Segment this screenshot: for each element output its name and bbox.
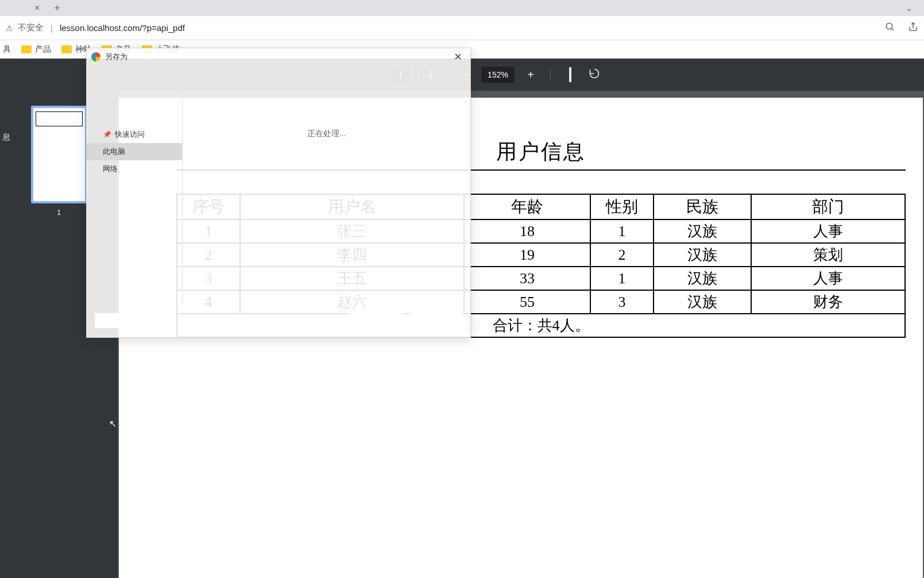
bookmark-item[interactable]: 具 xyxy=(3,44,11,55)
cell-eth: 汉族 xyxy=(654,267,751,290)
nav-quick-access[interactable]: 📌 快速访问 xyxy=(87,126,182,143)
cancel-button[interactable] xyxy=(409,313,462,329)
bookmark-item[interactable]: 产品 xyxy=(21,44,51,55)
header-eth: 民族 xyxy=(654,194,751,219)
cell-age: 18 xyxy=(464,219,590,243)
tabs-dropdown-icon[interactable]: ⌄ xyxy=(906,3,913,13)
dialog-titlebar[interactable]: 另存为 ✕ xyxy=(87,48,470,65)
fit-icon xyxy=(569,67,571,82)
folder-icon xyxy=(21,45,32,53)
svg-line-1 xyxy=(891,28,894,30)
cell-age: 33 xyxy=(464,267,590,290)
svg-point-0 xyxy=(886,23,892,29)
cell-sex: 1 xyxy=(590,219,654,243)
folder-icon xyxy=(61,45,72,53)
cell-dept: 策划 xyxy=(751,243,905,267)
insecure-label: 不安全 xyxy=(18,22,44,33)
cell-sex: 3 xyxy=(590,290,654,314)
header-age: 年龄 xyxy=(464,194,590,219)
toolbar-divider xyxy=(550,69,551,80)
header-dept: 部门 xyxy=(751,194,905,219)
rotate-button[interactable] xyxy=(586,68,602,82)
tab-bar: × + ⌄ xyxy=(0,0,924,16)
cell-eth: 汉族 xyxy=(654,219,751,243)
dialog-nav-panel: 📌 快速访问 此电脑 网络 xyxy=(87,65,182,303)
dialog-title-text: 另存为 xyxy=(105,52,127,62)
share-icon[interactable] xyxy=(908,22,918,34)
address-bar: ⚠ 不安全 | lesson.localhost.com/?p=api_pdf xyxy=(0,16,924,40)
fit-page-button[interactable] xyxy=(562,68,578,82)
zoom-level[interactable]: 152% xyxy=(481,67,515,83)
sidebar-tab-label: 息 xyxy=(2,132,10,142)
dialog-content-area: 正在处理... xyxy=(182,65,470,303)
browser-tab[interactable]: × xyxy=(34,3,40,13)
save-button[interactable] xyxy=(350,313,403,329)
nav-network[interactable]: 网络 xyxy=(87,160,182,178)
cell-sex: 1 xyxy=(590,267,654,290)
zoom-in-button[interactable]: + xyxy=(523,68,539,82)
new-tab-button[interactable]: + xyxy=(54,2,60,14)
nav-this-pc[interactable]: 此电脑 xyxy=(87,143,182,160)
thumbnail-page-number: 1 xyxy=(57,208,61,217)
cell-dept: 人事 xyxy=(751,219,905,243)
cell-age: 19 xyxy=(464,243,590,267)
save-as-dialog: 另存为 ✕ 📌 快速访问 此电脑 网络 正在处理... xyxy=(86,48,471,338)
dialog-close-button[interactable]: ✕ xyxy=(450,51,466,63)
cell-eth: 汉族 xyxy=(654,290,751,314)
url-text[interactable]: lesson.localhost.com/?p=api_pdf xyxy=(60,23,185,33)
header-sex: 性别 xyxy=(590,194,654,219)
addr-separator: | xyxy=(51,23,53,33)
chrome-icon xyxy=(91,52,100,61)
cell-age: 55 xyxy=(464,290,590,314)
page-thumbnail[interactable] xyxy=(31,106,87,203)
cell-sex: 2 xyxy=(590,243,654,267)
dialog-footer xyxy=(95,313,462,329)
filename-input[interactable] xyxy=(95,313,152,328)
cell-dept: 人事 xyxy=(751,267,905,290)
cell-dept: 财务 xyxy=(751,290,905,314)
pin-icon: 📌 xyxy=(103,130,111,138)
insecure-icon[interactable]: ⚠ xyxy=(6,24,13,33)
zoom-page-icon[interactable] xyxy=(885,22,895,34)
processing-text: 正在处理... xyxy=(183,129,470,139)
tab-close-icon[interactable]: × xyxy=(34,3,40,13)
cell-eth: 汉族 xyxy=(654,243,751,267)
